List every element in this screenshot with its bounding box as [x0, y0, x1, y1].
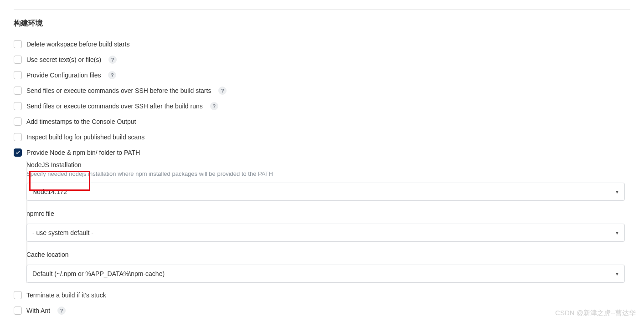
checkbox-terminate-stuck[interactable]: [14, 291, 22, 299]
checkbox-row-terminate-stuck: Terminate a build if it's stuck: [14, 291, 630, 299]
checkbox-row-add-timestamps: Add timestamps to the Console Output: [14, 118, 630, 126]
npmrc-select[interactable]: - use system default -: [26, 224, 625, 242]
help-icon[interactable]: ?: [210, 102, 218, 110]
npmrc-select-wrap: - use system default - ▼: [26, 224, 625, 242]
help-icon[interactable]: ?: [108, 71, 116, 79]
checkbox-with-ant[interactable]: [14, 307, 22, 315]
checkbox-label: Terminate a build if it's stuck: [26, 291, 106, 299]
npmrc-label: npmrc file: [26, 210, 625, 217]
cache-location-select-wrap: Default (~/.npm or %APP_DATA%\npm-cache)…: [26, 265, 625, 283]
checkbox-row-inspect-log: Inspect build log for published build sc…: [14, 133, 630, 141]
nodejs-installation-desc: Specify needed nodejs installation where…: [26, 170, 625, 177]
checkbox-row-ssh-after: Send files or execute commands over SSH …: [14, 102, 630, 110]
checkbox-row-provide-node: Provide Node & npm bin/ folder to PATH: [14, 148, 630, 157]
cache-location-select[interactable]: Default (~/.npm or %APP_DATA%\npm-cache): [26, 265, 625, 283]
checkbox-provide-config[interactable]: [14, 71, 22, 79]
checkbox-row-with-ant: With Ant ?: [14, 307, 630, 315]
checkbox-ssh-after[interactable]: [14, 102, 22, 110]
checkbox-label: Provide Configuration files: [26, 72, 101, 79]
nodejs-installation-select[interactable]: Node14.172: [26, 183, 625, 201]
help-icon[interactable]: ?: [57, 307, 66, 315]
checkbox-provide-node[interactable]: [14, 148, 22, 157]
cache-location-label: Cache location: [26, 251, 625, 258]
checkbox-inspect-log[interactable]: [14, 133, 22, 141]
checkbox-label: Delete workspace before build starts: [26, 41, 129, 48]
checkbox-row-provide-config: Provide Configuration files ?: [14, 71, 630, 79]
nodejs-installation-select-wrap: Node14.172 ▼: [26, 183, 625, 201]
checkbox-row-use-secret: Use secret text(s) or file(s) ?: [14, 56, 630, 64]
nodejs-installation-label: NodeJS Installation: [26, 161, 625, 169]
checkbox-delete-workspace[interactable]: [14, 40, 22, 48]
checkbox-ssh-before[interactable]: [14, 87, 22, 95]
section-divider: [14, 9, 630, 10]
checkbox-use-secret[interactable]: [14, 56, 22, 64]
help-icon[interactable]: ?: [108, 56, 117, 64]
checkbox-label: Add timestamps to the Console Output: [26, 118, 136, 125]
checkbox-row-delete-workspace: Delete workspace before build starts: [14, 40, 630, 48]
checkbox-row-ssh-before: Send files or execute commands over SSH …: [14, 87, 630, 95]
checkbox-label: Send files or execute commands over SSH …: [26, 87, 211, 94]
checkbox-label: Send files or execute commands over SSH …: [26, 102, 203, 110]
checkbox-label: Inspect build log for published build sc…: [26, 133, 144, 141]
checkbox-add-timestamps[interactable]: [14, 118, 22, 126]
checkbox-label: With Ant: [26, 307, 50, 314]
checkbox-label: Use secret text(s) or file(s): [26, 56, 101, 63]
node-sub-panel: NodeJS Installation Specify needed nodej…: [26, 161, 630, 283]
checkbox-label: Provide Node & npm bin/ folder to PATH: [26, 149, 140, 156]
help-icon[interactable]: ?: [218, 87, 227, 95]
section-title: 构建环境: [14, 19, 630, 28]
